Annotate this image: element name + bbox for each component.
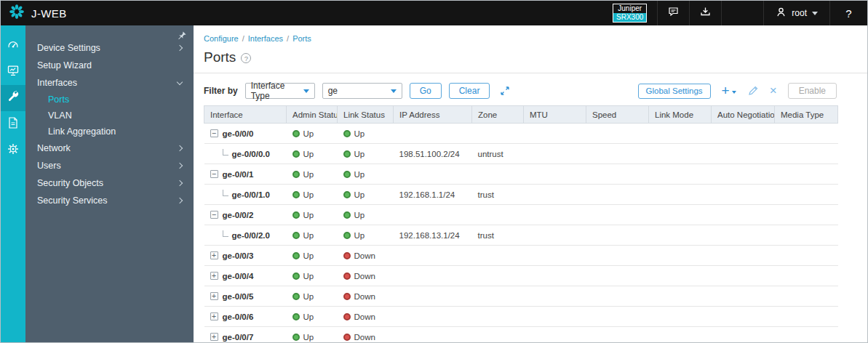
row-expander-icon[interactable]: −	[210, 211, 218, 219]
nav-monitor-button[interactable]	[1, 59, 25, 85]
sidebar-item-ports[interactable]: Ports	[25, 92, 194, 108]
table-row[interactable]: − ge-0/0/1 Up Up	[204, 164, 838, 185]
link-status-dot	[343, 273, 351, 280]
sidebar-item-setup-wizard[interactable]: Setup Wizard	[25, 57, 194, 74]
add-button[interactable]: +	[722, 84, 736, 97]
sidebar-item-vlan[interactable]: VLAN	[25, 108, 194, 124]
admin-status-dot	[292, 150, 300, 158]
nav-dashboard-button[interactable]	[1, 33, 25, 59]
link-status-cell: Down	[338, 266, 394, 286]
sidebar-item-link-aggregation[interactable]: Link Aggregation	[25, 124, 194, 140]
table-row[interactable]: + ge-0/0/3 Up Down	[204, 246, 838, 266]
ip-address-cell	[394, 286, 472, 307]
column-header[interactable]: Speed	[586, 106, 649, 124]
breadcrumb-ports[interactable]: Ports	[292, 34, 311, 43]
admin-status-cell: Up	[287, 286, 338, 307]
row-expander-icon[interactable]: +	[210, 292, 218, 300]
link-status-dot	[343, 211, 351, 219]
download-icon	[699, 6, 712, 20]
filter-query-select[interactable]: ge	[322, 83, 402, 99]
row-expander-icon[interactable]: −	[210, 170, 218, 178]
link-status-cell: Up	[338, 124, 394, 144]
fullscreen-expand-icon[interactable]	[500, 86, 510, 96]
breadcrumb-configure[interactable]: Configure	[204, 34, 239, 43]
link-mode-cell	[649, 164, 712, 185]
column-header[interactable]: MTU	[524, 106, 586, 124]
enable-button[interactable]: Enable	[788, 83, 837, 99]
breadcrumb-interfaces[interactable]: Interfaces	[248, 34, 283, 43]
column-header[interactable]: Interface	[204, 106, 287, 124]
link-status-dot	[343, 252, 351, 259]
nav-configure-button[interactable]	[1, 85, 25, 111]
sidebar-item-device-settings[interactable]: Device Settings	[25, 39, 194, 57]
media-type-cell	[775, 124, 838, 144]
row-expander-icon[interactable]: −	[210, 129, 218, 137]
admin-status-dot	[292, 313, 300, 320]
column-header[interactable]: Link Status	[338, 106, 394, 124]
table-row[interactable]: ge-0/0/2.0 Up Up 192.168.13.1/24 trust	[204, 225, 838, 246]
sidebar-item-interfaces[interactable]: Interfaces	[25, 74, 194, 92]
table-row[interactable]: − ge-0/0/2 Up Up	[204, 205, 838, 225]
link-status-cell: Up	[338, 205, 394, 225]
row-expander-icon[interactable]: +	[210, 251, 218, 259]
zone-cell	[472, 307, 524, 327]
admin-status-label: Up	[303, 129, 314, 138]
clear-button[interactable]: Clear	[449, 83, 490, 99]
user-menu[interactable]: root	[763, 1, 829, 25]
interface-name: ge-0/0/6	[223, 312, 254, 321]
ip-address-cell	[394, 266, 472, 286]
plus-icon: +	[722, 84, 730, 97]
table-row[interactable]: + ge-0/0/5 Up Down	[204, 286, 838, 307]
sidebar-item-users[interactable]: Users	[25, 157, 194, 174]
go-button[interactable]: Go	[410, 83, 442, 99]
column-header[interactable]: IP Address	[394, 106, 472, 124]
link-status-cell: Up	[338, 185, 394, 205]
nav-administration-button[interactable]	[1, 137, 25, 164]
row-expander-icon[interactable]: +	[210, 333, 218, 341]
speed-cell	[586, 164, 649, 185]
zone-cell	[472, 327, 524, 343]
delete-x-icon[interactable]: ×	[770, 85, 777, 97]
speed-cell	[586, 185, 649, 205]
speed-cell	[586, 286, 649, 307]
link-mode-cell	[649, 246, 712, 266]
help-icon: ?	[845, 7, 851, 20]
nav-report-button[interactable]	[1, 111, 25, 137]
row-expander-icon[interactable]: +	[210, 272, 218, 280]
column-header[interactable]: Auto Negotiation...	[712, 106, 775, 124]
pin-icon[interactable]	[177, 31, 187, 43]
sidebar-item-network[interactable]: Network	[25, 140, 194, 157]
table-row[interactable]: + ge-0/0/7 Up Down	[204, 327, 838, 343]
admin-status-label: Up	[303, 231, 314, 240]
feedback-button[interactable]	[657, 1, 689, 25]
sidebar-item-security-objects[interactable]: Security Objects	[25, 174, 194, 192]
speed-cell	[586, 144, 649, 164]
help-button[interactable]: ?	[829, 1, 867, 25]
column-header[interactable]: Media Type	[775, 106, 838, 124]
admin-status-dot	[292, 171, 300, 178]
chevron-right-icon	[177, 163, 183, 169]
table-row[interactable]: + ge-0/0/6 Up Down	[204, 307, 838, 327]
column-header[interactable]: Admin Status.	[287, 106, 338, 124]
global-settings-button[interactable]: Global Settings	[638, 84, 711, 99]
icon-strip	[1, 25, 25, 342]
table-row[interactable]: ge-0/0/0.0 Up Up 198.51.100.2/24 untrust	[204, 144, 838, 164]
page-help-icon[interactable]: ?	[241, 53, 251, 63]
column-header[interactable]: Link Mode	[649, 106, 712, 124]
edit-pencil-icon[interactable]	[747, 85, 759, 97]
link-status-label: Down	[354, 272, 375, 281]
table-row[interactable]: − ge-0/0/0 Up Up	[204, 124, 838, 144]
filter-type-select[interactable]: Interface Type	[245, 83, 315, 99]
ip-address-cell: 198.51.100.2/24	[394, 144, 472, 164]
row-expander-icon[interactable]: +	[210, 312, 218, 320]
link-mode-cell	[649, 286, 712, 307]
download-button[interactable]	[689, 1, 721, 25]
admin-status-dot	[292, 273, 300, 280]
admin-status-label: Up	[303, 170, 314, 179]
table-row[interactable]: ge-0/0/1.0 Up Up 192.168.1.1/24 trust	[204, 185, 838, 205]
sidebar-item-security-services[interactable]: Security Services	[25, 192, 194, 209]
column-header[interactable]: Zone	[472, 106, 524, 124]
table-row[interactable]: + ge-0/0/4 Up Down	[204, 266, 838, 286]
table-actions: Global Settings + × Enable	[638, 83, 837, 99]
link-mode-cell	[649, 327, 712, 343]
